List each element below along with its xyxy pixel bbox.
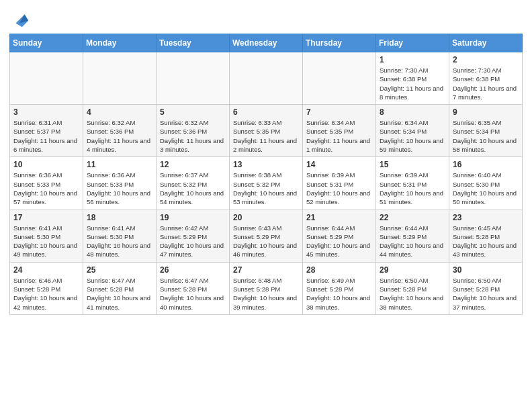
day-info: Sunrise: 6:34 AM Sunset: 5:34 PM Dayligh… [380, 118, 445, 154]
day-number: 16 [453, 160, 519, 169]
day-info: Sunrise: 6:46 AM Sunset: 5:28 PM Dayligh… [13, 276, 79, 312]
day-number: 18 [87, 213, 152, 222]
day-info: Sunrise: 6:32 AM Sunset: 5:36 PM Dayligh… [87, 118, 152, 154]
header [9, 7, 523, 28]
day-info: Sunrise: 6:39 AM Sunset: 5:31 PM Dayligh… [306, 171, 372, 206]
calendar-cell: 27Sunrise: 6:48 AM Sunset: 5:28 PM Dayli… [230, 262, 303, 314]
calendar-cell: 19Sunrise: 6:42 AM Sunset: 5:29 PM Dayli… [157, 210, 230, 262]
calendar-cell: 25Sunrise: 6:47 AM Sunset: 5:28 PM Dayli… [83, 262, 157, 314]
day-header-monday: Monday [83, 34, 157, 52]
calendar-cell: 13Sunrise: 6:38 AM Sunset: 5:32 PM Dayli… [230, 157, 303, 210]
day-number: 11 [87, 160, 152, 169]
calendar-cell: 10Sunrise: 6:36 AM Sunset: 5:33 PM Dayli… [10, 157, 83, 210]
calendar-cell: 3Sunrise: 6:31 AM Sunset: 5:37 PM Daylig… [10, 105, 83, 157]
day-number: 24 [13, 265, 79, 275]
day-info: Sunrise: 6:45 AM Sunset: 5:28 PM Dayligh… [453, 224, 519, 259]
calendar-cell: 20Sunrise: 6:43 AM Sunset: 5:29 PM Dayli… [230, 210, 303, 262]
day-number: 19 [160, 213, 226, 222]
calendar-cell: 14Sunrise: 6:39 AM Sunset: 5:31 PM Dayli… [303, 157, 376, 210]
day-number: 30 [453, 265, 519, 275]
calendar-cell: 29Sunrise: 6:50 AM Sunset: 5:28 PM Dayli… [376, 262, 449, 314]
page: SundayMondayTuesdayWednesdayThursdayFrid… [0, 0, 532, 324]
day-number: 28 [306, 265, 372, 275]
day-info: Sunrise: 6:41 AM Sunset: 5:30 PM Dayligh… [13, 224, 79, 259]
day-number: 3 [13, 107, 79, 117]
calendar-cell: 30Sunrise: 6:50 AM Sunset: 5:28 PM Dayli… [449, 262, 523, 314]
day-header-saturday: Saturday [449, 34, 523, 52]
calendar-cell: 9Sunrise: 6:35 AM Sunset: 5:34 PM Daylig… [449, 105, 523, 157]
day-header-friday: Friday [376, 34, 449, 52]
day-info: Sunrise: 6:48 AM Sunset: 5:28 PM Dayligh… [233, 276, 299, 312]
day-header-tuesday: Tuesday [157, 34, 230, 52]
calendar-cell: 5Sunrise: 6:32 AM Sunset: 5:36 PM Daylig… [157, 105, 230, 157]
day-number: 8 [380, 107, 445, 117]
day-info: Sunrise: 7:30 AM Sunset: 6:38 PM Dayligh… [453, 66, 519, 101]
day-info: Sunrise: 6:47 AM Sunset: 5:28 PM Dayligh… [87, 276, 152, 312]
calendar-cell: 22Sunrise: 6:44 AM Sunset: 5:29 PM Dayli… [376, 210, 449, 262]
day-number: 26 [160, 265, 226, 275]
calendar-week-1: 1Sunrise: 7:30 AM Sunset: 6:38 PM Daylig… [10, 52, 523, 105]
day-info: Sunrise: 6:42 AM Sunset: 5:29 PM Dayligh… [160, 224, 226, 259]
day-info: Sunrise: 6:32 AM Sunset: 5:36 PM Dayligh… [160, 118, 226, 154]
day-number: 22 [380, 213, 445, 222]
logo-icon [11, 9, 30, 28]
calendar-cell: 8Sunrise: 6:34 AM Sunset: 5:34 PM Daylig… [376, 105, 449, 157]
day-number: 1 [380, 55, 445, 64]
day-number: 4 [87, 107, 152, 117]
calendar-week-5: 24Sunrise: 6:46 AM Sunset: 5:28 PM Dayli… [10, 262, 523, 314]
day-info: Sunrise: 6:31 AM Sunset: 5:37 PM Dayligh… [13, 118, 79, 154]
day-number: 23 [453, 213, 519, 222]
calendar-cell: 7Sunrise: 6:34 AM Sunset: 5:35 PM Daylig… [303, 105, 376, 157]
day-info: Sunrise: 6:47 AM Sunset: 5:28 PM Dayligh… [160, 276, 226, 312]
day-number: 14 [306, 160, 372, 169]
day-info: Sunrise: 6:39 AM Sunset: 5:31 PM Dayligh… [380, 171, 445, 206]
calendar-cell: 17Sunrise: 6:41 AM Sunset: 5:30 PM Dayli… [10, 210, 83, 262]
day-info: Sunrise: 6:38 AM Sunset: 5:32 PM Dayligh… [233, 171, 299, 206]
calendar-cell: 12Sunrise: 6:37 AM Sunset: 5:32 PM Dayli… [157, 157, 230, 210]
day-number: 5 [160, 107, 226, 117]
day-info: Sunrise: 6:34 AM Sunset: 5:35 PM Dayligh… [306, 118, 372, 154]
day-info: Sunrise: 6:41 AM Sunset: 5:30 PM Dayligh… [87, 224, 152, 259]
calendar-cell: 24Sunrise: 6:46 AM Sunset: 5:28 PM Dayli… [10, 262, 83, 314]
calendar-cell: 16Sunrise: 6:40 AM Sunset: 5:30 PM Dayli… [449, 157, 523, 210]
calendar-cell: 18Sunrise: 6:41 AM Sunset: 5:30 PM Dayli… [83, 210, 157, 262]
calendar-cell [83, 52, 157, 105]
day-number: 9 [453, 107, 519, 117]
day-info: Sunrise: 6:40 AM Sunset: 5:30 PM Dayligh… [453, 171, 519, 206]
calendar-cell [10, 52, 83, 105]
calendar-header-row: SundayMondayTuesdayWednesdayThursdayFrid… [10, 34, 523, 52]
day-info: Sunrise: 6:43 AM Sunset: 5:29 PM Dayligh… [233, 224, 299, 259]
day-info: Sunrise: 7:30 AM Sunset: 6:38 PM Dayligh… [380, 66, 445, 101]
day-number: 15 [380, 160, 445, 169]
calendar-cell: 23Sunrise: 6:45 AM Sunset: 5:28 PM Dayli… [449, 210, 523, 262]
day-number: 12 [160, 160, 226, 169]
day-header-wednesday: Wednesday [230, 34, 303, 52]
day-number: 17 [13, 213, 79, 222]
day-number: 13 [233, 160, 299, 169]
calendar-cell: 11Sunrise: 6:36 AM Sunset: 5:33 PM Dayli… [83, 157, 157, 210]
day-header-thursday: Thursday [303, 34, 376, 52]
calendar-week-2: 3Sunrise: 6:31 AM Sunset: 5:37 PM Daylig… [10, 105, 523, 157]
day-number: 7 [306, 107, 372, 117]
day-info: Sunrise: 6:36 AM Sunset: 5:33 PM Dayligh… [87, 171, 152, 206]
day-info: Sunrise: 6:44 AM Sunset: 5:29 PM Dayligh… [306, 224, 372, 259]
calendar-cell: 1Sunrise: 7:30 AM Sunset: 6:38 PM Daylig… [376, 52, 449, 105]
day-info: Sunrise: 6:44 AM Sunset: 5:29 PM Dayligh… [380, 224, 445, 259]
calendar-cell: 28Sunrise: 6:49 AM Sunset: 5:28 PM Dayli… [303, 262, 376, 314]
day-number: 21 [306, 213, 372, 222]
day-number: 20 [233, 213, 299, 222]
day-header-sunday: Sunday [10, 34, 83, 52]
logo [9, 9, 30, 28]
day-info: Sunrise: 6:50 AM Sunset: 5:28 PM Dayligh… [380, 276, 445, 312]
day-number: 2 [453, 55, 519, 64]
day-number: 10 [13, 160, 79, 169]
calendar-week-3: 10Sunrise: 6:36 AM Sunset: 5:33 PM Dayli… [10, 157, 523, 210]
day-info: Sunrise: 6:35 AM Sunset: 5:34 PM Dayligh… [453, 118, 519, 154]
calendar-cell: 26Sunrise: 6:47 AM Sunset: 5:28 PM Dayli… [157, 262, 230, 314]
day-number: 29 [380, 265, 445, 275]
day-info: Sunrise: 6:50 AM Sunset: 5:28 PM Dayligh… [453, 276, 519, 312]
calendar-cell [303, 52, 376, 105]
day-info: Sunrise: 6:49 AM Sunset: 5:28 PM Dayligh… [306, 276, 372, 312]
calendar-cell: 15Sunrise: 6:39 AM Sunset: 5:31 PM Dayli… [376, 157, 449, 210]
calendar-cell: 2Sunrise: 7:30 AM Sunset: 6:38 PM Daylig… [449, 52, 523, 105]
